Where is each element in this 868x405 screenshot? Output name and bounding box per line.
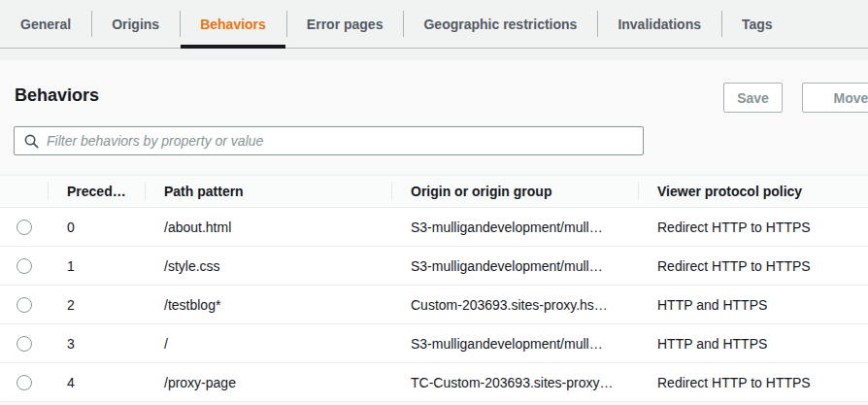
row-radio[interactable] [17, 375, 32, 390]
cell-path-pattern: /testblog* [145, 286, 391, 323]
cell-viewer-protocol-policy: Redirect HTTP to HTTPS [638, 247, 868, 285]
tab-geographic-restrictions[interactable]: Geographic restrictions [403, 0, 597, 48]
cell-viewer-protocol-policy: HTTP and HTTPS [638, 324, 868, 362]
cell-origin: S3-mulligandevelopment/mull… [391, 247, 638, 285]
page-title: Behaviors [15, 85, 99, 106]
column-header-path-pattern: Path pattern [145, 176, 391, 207]
table-row: 1 /style.css S3-mulligandevelopment/mull… [0, 247, 868, 286]
row-radio[interactable] [17, 219, 32, 235]
behaviors-table: Preced… Path pattern Origin or origin gr… [0, 175, 868, 402]
panel-actions: Save Move up [723, 83, 868, 113]
tab-general[interactable]: General [0, 0, 91, 48]
cell-origin: Custom-203693.sites-proxy.hs… [391, 286, 638, 323]
row-radio[interactable] [17, 297, 32, 313]
table-row: 0 /about.html S3-mulligandevelopment/mul… [0, 208, 868, 247]
tab-invalidations[interactable]: Invalidations [597, 0, 721, 48]
behaviors-panel: Behaviors Save Move up Preced… Path patt… [0, 60, 868, 405]
cell-path-pattern: / [145, 324, 391, 362]
column-header-select [0, 176, 48, 207]
filter-behaviors-box [14, 126, 644, 155]
cell-origin: TC-Custom-203693.sites-proxy… [391, 363, 638, 401]
move-up-button[interactable]: Move up [802, 83, 868, 113]
tab-behaviors[interactable]: Behaviors [180, 0, 286, 48]
cell-precedence: 4 [48, 363, 145, 401]
cell-viewer-protocol-policy: HTTP and HTTPS [638, 286, 868, 323]
cell-origin: S3-mulligandevelopment/mull… [391, 208, 638, 246]
column-header-origin: Origin or origin group [391, 176, 638, 207]
table-row: 4 /proxy-page TC-Custom-203693.sites-pro… [0, 363, 868, 402]
save-button[interactable]: Save [723, 83, 783, 113]
tab-origins[interactable]: Origins [91, 0, 180, 48]
row-radio[interactable] [17, 336, 32, 352]
row-radio[interactable] [17, 258, 32, 274]
tab-tags[interactable]: Tags [721, 0, 793, 48]
cell-origin: S3-mulligandevelopment/mull… [391, 324, 638, 362]
table-header-row: Preced… Path pattern Origin or origin gr… [0, 175, 868, 208]
filter-input[interactable] [47, 133, 643, 149]
cell-precedence: 1 [48, 247, 145, 285]
search-icon [24, 134, 39, 149]
cell-precedence: 2 [48, 286, 145, 323]
cell-precedence: 3 [48, 324, 145, 362]
table-row: 3 / S3-mulligandevelopment/mull… HTTP an… [0, 324, 868, 363]
table-row: 2 /testblog* Custom-203693.sites-proxy.h… [0, 286, 868, 324]
cell-path-pattern: /proxy-page [145, 363, 391, 401]
column-header-viewer-protocol-policy: Viewer protocol policy [638, 176, 868, 207]
tab-error-pages[interactable]: Error pages [286, 0, 404, 48]
cell-path-pattern: /style.css [145, 247, 391, 285]
cell-path-pattern: /about.html [145, 208, 391, 246]
cell-precedence: 0 [48, 208, 145, 246]
cell-viewer-protocol-policy: Redirect HTTP to HTTPS [638, 363, 868, 401]
tabbar-gap [0, 49, 868, 60]
column-header-precedence: Preced… [48, 176, 145, 207]
tab-bar: General Origins Behaviors Error pages Ge… [0, 0, 868, 49]
cell-viewer-protocol-policy: Redirect HTTP to HTTPS [638, 208, 868, 246]
